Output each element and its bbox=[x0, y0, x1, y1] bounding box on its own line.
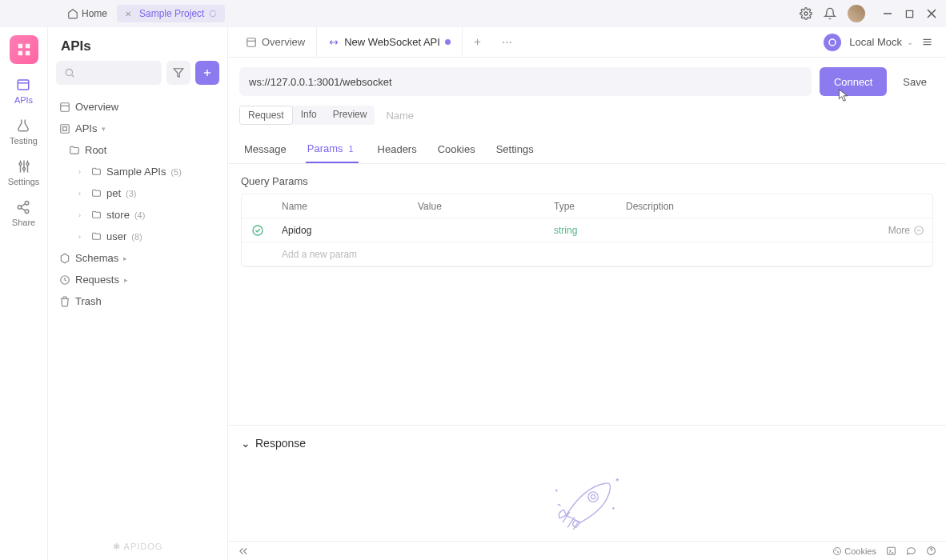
api-icon bbox=[59, 123, 70, 134]
svg-point-9 bbox=[22, 168, 25, 170]
url-value: ws://127.0.0.1:3001/websocket bbox=[249, 76, 392, 88]
rail-apis[interactable]: APIs bbox=[14, 77, 33, 105]
gear-icon[interactable] bbox=[800, 7, 812, 20]
tree-folder[interactable]: › Sample APIs (5) bbox=[53, 161, 222, 182]
tree-requests[interactable]: Requests ▸ bbox=[53, 269, 222, 290]
subtab-cookies[interactable]: Cookies bbox=[436, 137, 477, 163]
folder-icon bbox=[91, 188, 102, 198]
query-params-title: Query Params bbox=[241, 175, 933, 187]
chevron-down-icon: ⌄ bbox=[907, 38, 913, 46]
avatar[interactable] bbox=[848, 5, 865, 22]
maximize-icon[interactable] bbox=[905, 10, 914, 18]
svg-point-7 bbox=[19, 163, 22, 166]
new-tab-button[interactable] bbox=[463, 37, 492, 47]
add-param-placeholder: Add a new param bbox=[274, 249, 932, 260]
response-toggle[interactable]: ⌄ Response bbox=[241, 437, 933, 450]
connect-button[interactable]: Connect bbox=[820, 67, 887, 96]
param-more-button[interactable]: More bbox=[868, 225, 932, 236]
tree-overview-label: Overview bbox=[75, 101, 118, 113]
cookie-icon bbox=[832, 546, 842, 556]
tree-overview[interactable]: Overview bbox=[53, 96, 222, 118]
tab-websocket[interactable]: New WebSocket API bbox=[317, 27, 463, 57]
bell-icon[interactable] bbox=[824, 7, 836, 20]
svg-point-44 bbox=[836, 550, 836, 550]
tree-apis-node[interactable]: APIs ▾ bbox=[53, 118, 222, 139]
filter-button[interactable] bbox=[166, 61, 190, 85]
subtab-settings[interactable]: Settings bbox=[495, 137, 535, 163]
tree-schemas-label: Schemas bbox=[75, 252, 118, 264]
add-button[interactable] bbox=[195, 61, 219, 85]
tab-more-button[interactable]: ⋯ bbox=[492, 36, 522, 48]
close-icon[interactable]: ✕ bbox=[125, 10, 131, 18]
help-icon[interactable] bbox=[926, 546, 936, 556]
svg-marker-23 bbox=[174, 69, 183, 78]
tree-folder-count: (3) bbox=[126, 189, 136, 198]
api-name-input[interactable]: Name bbox=[381, 110, 414, 122]
terminal-icon[interactable] bbox=[886, 546, 896, 556]
name-placeholder: Name bbox=[386, 110, 414, 122]
tree-folder[interactable]: › store (4) bbox=[53, 204, 222, 226]
tree-folder-count: (5) bbox=[170, 167, 181, 177]
rail-apis-label: APIs bbox=[14, 95, 33, 105]
schemas-icon bbox=[59, 253, 70, 264]
cookies-button[interactable]: Cookies bbox=[832, 546, 876, 556]
close-window-icon[interactable] bbox=[927, 9, 936, 18]
environment-select[interactable]: Local Mock ⌄ bbox=[849, 36, 913, 48]
plus-icon bbox=[202, 67, 213, 78]
svg-point-43 bbox=[834, 547, 841, 554]
menu-icon[interactable] bbox=[921, 36, 933, 48]
rail-share[interactable]: Share bbox=[12, 199, 35, 227]
param-name[interactable]: Apidog bbox=[274, 225, 410, 236]
subtab-headers[interactable]: Headers bbox=[376, 137, 419, 163]
tree-folder[interactable]: › user (8) bbox=[53, 226, 222, 247]
rail-settings[interactable]: Settings bbox=[8, 158, 40, 186]
feedback-icon[interactable] bbox=[906, 546, 916, 556]
tree-root[interactable]: Root bbox=[53, 139, 222, 161]
tree-folder-label: pet bbox=[106, 187, 121, 199]
rail-testing[interactable]: Testing bbox=[10, 118, 38, 146]
search-input[interactable] bbox=[56, 61, 162, 85]
response-title: Response bbox=[255, 437, 306, 450]
project-tab-label: Sample Project bbox=[139, 8, 204, 19]
tree-schemas[interactable]: Schemas ▸ bbox=[53, 247, 222, 269]
seg-request[interactable]: Request bbox=[239, 106, 293, 125]
folder-icon bbox=[91, 210, 102, 220]
minus-circle-icon[interactable] bbox=[913, 225, 924, 236]
environment-label: Local Mock bbox=[849, 36, 902, 48]
param-type[interactable]: string bbox=[546, 225, 618, 236]
svg-point-41 bbox=[587, 492, 597, 502]
svg-point-0 bbox=[804, 12, 808, 15]
tab-overview[interactable]: Overview bbox=[234, 27, 317, 57]
save-button[interactable]: Save bbox=[895, 76, 935, 88]
collapse-icon[interactable] bbox=[238, 546, 249, 557]
save-label: Save bbox=[903, 76, 927, 88]
chevron-right-icon: › bbox=[78, 211, 86, 219]
col-value: Value bbox=[410, 201, 546, 212]
tree-folder[interactable]: › pet (3) bbox=[53, 182, 222, 204]
minimize-icon[interactable] bbox=[883, 9, 892, 18]
tree-trash[interactable]: Trash bbox=[53, 290, 222, 312]
param-row[interactable]: Apidog string More bbox=[242, 218, 932, 242]
col-type: Type bbox=[546, 201, 618, 212]
tree-folder-count: (4) bbox=[134, 210, 145, 220]
seg-info[interactable]: Info bbox=[293, 106, 325, 125]
home-label: Home bbox=[82, 8, 107, 19]
svg-point-34 bbox=[829, 39, 836, 46]
svg-point-16 bbox=[26, 202, 30, 206]
check-icon[interactable] bbox=[251, 224, 264, 237]
connect-label: Connect bbox=[834, 76, 872, 88]
project-tab[interactable]: ✕ Sample Project bbox=[117, 5, 225, 22]
home-button[interactable]: Home bbox=[67, 8, 107, 19]
add-param-row[interactable]: Add a new param bbox=[242, 242, 932, 266]
seg-preview[interactable]: Preview bbox=[325, 106, 375, 125]
subtab-params[interactable]: Params1 bbox=[306, 136, 359, 163]
svg-point-18 bbox=[26, 210, 30, 214]
folder-icon bbox=[69, 145, 80, 156]
subtab-message[interactable]: Message bbox=[243, 137, 288, 163]
requests-icon bbox=[59, 274, 70, 286]
url-input[interactable]: ws://127.0.0.1:3001/websocket bbox=[239, 67, 812, 96]
chevron-right-icon: ▸ bbox=[124, 276, 132, 284]
chevron-down-icon: ⌄ bbox=[241, 437, 251, 450]
svg-point-8 bbox=[26, 163, 29, 166]
env-badge-icon[interactable] bbox=[824, 34, 841, 51]
